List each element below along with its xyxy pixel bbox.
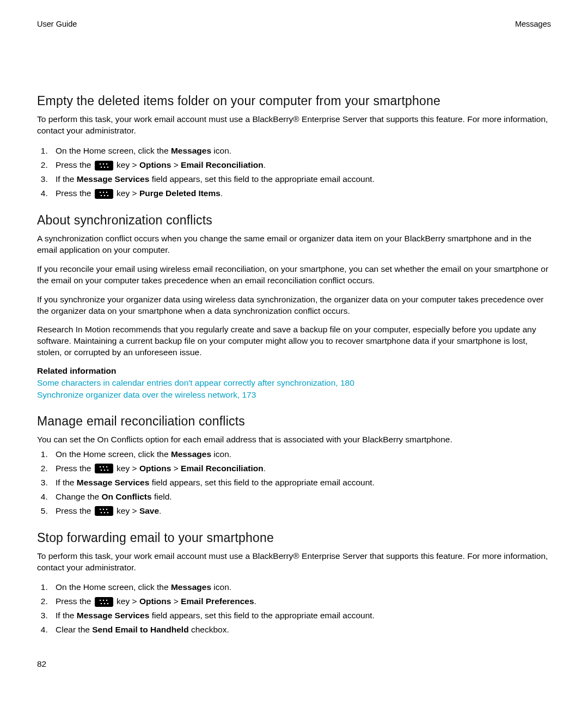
list-item: On the Home screen, click the Messages i… <box>50 448 551 461</box>
header-left: User Guide <box>37 20 77 28</box>
body-text: A synchronization conflict occurs when y… <box>37 233 551 256</box>
intro-stop-forwarding: To perform this task, your work email ac… <box>37 551 551 574</box>
related-info-heading: Related information <box>37 366 551 376</box>
list-item: If the Message Services field appears, s… <box>50 609 551 622</box>
body-text: If you reconcile your email using wirele… <box>37 264 551 287</box>
steps-manage-conflicts: On the Home screen, click the Messages i… <box>37 448 551 518</box>
list-item: If the Message Services field appears, s… <box>50 476 551 489</box>
list-item: Clear the Send Email to Handheld checkbo… <box>50 623 551 636</box>
list-item: Change the On Conflicts field. <box>50 490 551 503</box>
list-item: If the Message Services field appears, s… <box>50 173 551 186</box>
steps-empty-deleted: On the Home screen, click the Messages i… <box>37 144 551 200</box>
steps-stop-forwarding: On the Home screen, click the Messages i… <box>37 581 551 636</box>
body-text: Research In Motion recommends that you r… <box>37 324 551 358</box>
blackberry-key-icon <box>95 464 113 473</box>
list-item: Press the key > Options > Email Reconcil… <box>50 462 551 475</box>
list-item: On the Home screen, click the Messages i… <box>50 581 551 594</box>
body-text: If you synchronize your organizer data u… <box>37 294 551 317</box>
list-item: Press the key > Options > Email Reconcil… <box>50 159 551 172</box>
blackberry-key-icon <box>95 597 113 607</box>
heading-empty-deleted: Empty the deleted items folder on your c… <box>37 94 551 108</box>
page-number: 82 <box>37 659 46 669</box>
section-empty-deleted: Empty the deleted items folder on your c… <box>37 94 551 200</box>
list-item: Press the key > Options > Email Preferen… <box>50 595 551 608</box>
intro-manage-conflicts: You can set the On Conflicts option for … <box>37 434 551 446</box>
page-content: User Guide Messages Empty the deleted it… <box>37 20 551 649</box>
running-header: User Guide Messages <box>37 20 551 28</box>
intro-empty-deleted: To perform this task, your work email ac… <box>37 114 551 137</box>
blackberry-key-icon <box>95 506 113 516</box>
link-calendar-chars[interactable]: Some characters in calendar entries don'… <box>37 377 551 389</box>
heading-stop-forwarding: Stop forwarding email to your smartphone <box>37 531 551 545</box>
section-stop-forwarding: Stop forwarding email to your smartphone… <box>37 531 551 637</box>
section-manage-conflicts: Manage email reconciliation conflicts Yo… <box>37 414 551 518</box>
list-item: Press the key > Save. <box>50 504 551 518</box>
section-sync-conflicts: About synchronization conflicts A synchr… <box>37 213 551 401</box>
heading-manage-conflicts: Manage email reconciliation conflicts <box>37 414 551 429</box>
list-item: Press the key > Purge Deleted Items. <box>50 187 551 200</box>
link-sync-organizer[interactable]: Synchronize organizer data over the wire… <box>37 389 551 401</box>
list-item: On the Home screen, click the Messages i… <box>50 144 551 157</box>
blackberry-key-icon <box>95 161 113 171</box>
heading-sync-conflicts: About synchronization conflicts <box>37 213 551 228</box>
header-right: Messages <box>515 20 551 28</box>
blackberry-key-icon <box>95 189 113 199</box>
